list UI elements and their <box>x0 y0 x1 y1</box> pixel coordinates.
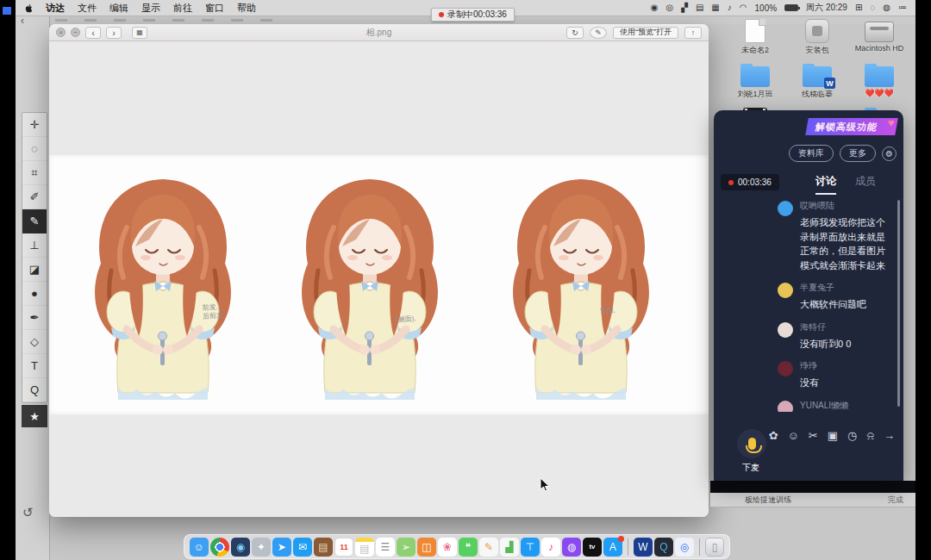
desktop-icon[interactable]: 刘晓1月班 <box>726 64 784 100</box>
image-icon[interactable]: ▣ <box>828 429 838 443</box>
notes-menu-icon[interactable]: ▤ <box>696 3 703 12</box>
minimize-button[interactable]: − <box>71 28 80 37</box>
music[interactable]: ♪ <box>541 538 560 557</box>
pages[interactable]: ✎ <box>479 538 498 557</box>
crop-tool[interactable]: ⌗ <box>22 161 47 185</box>
calendar[interactable]: 11 <box>334 538 353 557</box>
chat-tab[interactable]: 讨论 <box>815 174 836 195</box>
thumbnails-button[interactable]: ▦ <box>132 27 147 39</box>
brush-tool[interactable]: ✎ <box>22 209 47 233</box>
audio-menu-icon[interactable]: ♪ <box>728 3 732 12</box>
desktop-icon-label: Macintosh HD <box>855 44 904 53</box>
smudge-tool[interactable]: ● <box>22 282 47 306</box>
chat-scrollbar[interactable] <box>897 200 900 407</box>
zoom-tool[interactable]: Q <box>22 378 47 402</box>
history-icon[interactable]: ◷ <box>847 429 857 443</box>
photos[interactable]: ❀ <box>438 538 457 557</box>
share-button[interactable]: ↑ <box>684 27 702 39</box>
mail[interactable]: ✉ <box>293 538 312 557</box>
desktop-icon[interactable]: 安装包 <box>788 19 847 56</box>
menu-item[interactable]: 帮助 <box>237 3 256 13</box>
menu-item[interactable]: 访达 <box>46 3 65 13</box>
mic-button[interactable] <box>737 429 766 458</box>
stamp-tool[interactable]: ⊥ <box>22 233 47 258</box>
display-menu-icon[interactable]: ▦ <box>711 3 719 12</box>
dock: ☺ ◉ ✦ ➤ ✉ ▤ 11 ▤ ☰ ➢ ◫ ❀ ❝ ✎ ▟ <box>184 534 730 559</box>
chrome[interactable] <box>210 538 229 557</box>
desktop-icon[interactable]: 未命名2 <box>726 19 784 56</box>
menu-item[interactable]: 显示 <box>141 3 160 13</box>
finder[interactable]: ☺ <box>190 538 209 557</box>
tv[interactable]: tv <box>583 538 602 557</box>
close-button[interactable]: × <box>56 28 66 37</box>
emoji-icon[interactable]: ☺ <box>788 429 799 443</box>
more-arrow-icon[interactable]: → <box>884 429 895 443</box>
word[interactable]: W <box>634 538 653 557</box>
notes[interactable]: ▤ <box>355 538 374 557</box>
forward-button[interactable]: › <box>106 27 122 39</box>
siri[interactable]: ◉ <box>231 538 250 557</box>
record-menu-icon[interactable]: ◉ <box>651 3 659 12</box>
menu-item[interactable]: 前往 <box>173 3 192 13</box>
podcasts[interactable]: ◍ <box>562 538 581 557</box>
launchpad[interactable]: ✦ <box>252 538 271 557</box>
contacts[interactable]: ▤ <box>314 538 333 557</box>
safari[interactable]: ➤ <box>272 538 291 557</box>
recording-indicator[interactable]: 录制中00:03:36 <box>431 8 515 22</box>
siri-icon[interactable]: ◍ <box>883 3 890 12</box>
desktop-icon[interactable]: Macintosh HD <box>850 19 909 56</box>
premium-banner[interactable]: 解锁高级功能 ♥ <box>805 118 898 135</box>
camera-menu-icon[interactable]: ◎ <box>665 3 673 12</box>
move-tool[interactable]: ✛ <box>22 113 47 137</box>
menu-item[interactable]: 窗口 <box>205 3 224 13</box>
wifi-icon[interactable]: ◠ <box>740 3 747 12</box>
avatar <box>778 201 793 216</box>
trash[interactable]: ▯ <box>705 538 724 557</box>
scissors-icon[interactable]: ✂ <box>809 429 818 443</box>
maps[interactable]: ➢ <box>397 538 416 557</box>
desktop-icon[interactable]: ❤️❤️❤️ <box>850 64 909 100</box>
qq[interactable]: Q <box>654 538 673 557</box>
reminders[interactable]: ☰ <box>376 538 395 557</box>
menu-clock[interactable]: 周六 20:29 <box>806 2 847 14</box>
text-tool[interactable]: T <box>22 354 47 378</box>
markup-button[interactable]: ✎ <box>590 27 607 39</box>
app-store[interactable]: A <box>603 538 622 557</box>
input-method-icon[interactable]: ⊞ <box>855 3 862 12</box>
users-menu-icon[interactable]: ▞ <box>681 3 688 12</box>
bell-icon[interactable]: ⍾ <box>866 429 874 443</box>
desktop-icon[interactable]: 线稿临摹 <box>788 64 847 100</box>
keynote[interactable]: ⊤ <box>521 538 540 557</box>
chat-tab[interactable]: 成员 <box>855 174 876 195</box>
undo-icon[interactable]: ↺ <box>22 505 34 520</box>
shape-tool[interactable]: ◇ <box>22 330 47 354</box>
control-center-icon[interactable]: ≔ <box>898 3 907 12</box>
menu-item[interactable]: 文件 <box>78 3 97 13</box>
settings-gear-icon[interactable]: ⚙ <box>882 146 897 161</box>
divider2[interactable] <box>699 538 700 556</box>
library-button[interactable]: 资料库 <box>789 145 834 162</box>
sticker-icon[interactable]: ✿ <box>769 429 778 443</box>
meeting[interactable]: ◎ <box>675 538 694 557</box>
books[interactable]: ◫ <box>417 538 436 557</box>
rotate-button[interactable]: ↻ <box>566 27 584 39</box>
eyedropper-tool[interactable]: ✐ <box>22 185 47 209</box>
numbers[interactable]: ▟ <box>500 538 519 557</box>
lasso-tool[interactable]: ◌ <box>22 137 47 161</box>
chat-message-list: 哎哟喂陆 老师我发现你把这个录制界面放出来就是正常的，但是看图片模式就会渐渐卡起… <box>778 200 893 412</box>
eraser-tool[interactable]: ◪ <box>22 258 47 282</box>
favorites-tool[interactable]: ★ <box>22 405 47 427</box>
open-with-preview-button[interactable]: 使用“预览”打开 <box>613 27 678 39</box>
menu-item[interactable]: 编辑 <box>109 3 128 13</box>
background-back-chevron[interactable]: ‹ <box>21 15 24 27</box>
desktop-icon-image <box>805 19 829 43</box>
more-button[interactable]: 更多 <box>840 145 876 162</box>
back-button[interactable]: ‹ <box>85 27 101 39</box>
divider[interactable] <box>628 538 628 556</box>
apple-icon[interactable] <box>24 3 34 13</box>
class-action-button[interactable]: 完成 <box>888 495 903 506</box>
pen-tool[interactable]: ✒ <box>22 306 47 330</box>
chat-username: 半夏兔子 <box>800 282 866 294</box>
search-icon[interactable]: ◌ <box>870 3 875 12</box>
messages[interactable]: ❝ <box>459 538 478 557</box>
